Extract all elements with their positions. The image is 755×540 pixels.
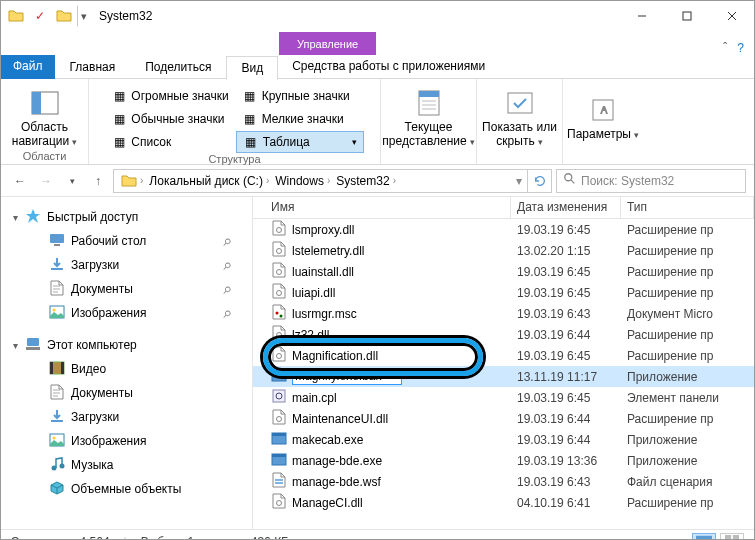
file-row[interactable]: makecab.exe19.03.19 6:44Приложение bbox=[253, 429, 754, 450]
breadcrumb[interactable]: › Локальный диск (C:)› Windows› System32… bbox=[113, 169, 552, 193]
file-row[interactable]: Magnification.dll19.03.19 6:45Расширение… bbox=[253, 345, 754, 366]
star-icon bbox=[25, 208, 41, 227]
file-row[interactable]: MaintenanceUI.dll19.03.19 6:44Расширение… bbox=[253, 408, 754, 429]
qat-dropdown-icon[interactable]: ▾ bbox=[77, 5, 91, 27]
video-icon bbox=[49, 360, 65, 379]
tab-share[interactable]: Поделиться bbox=[130, 55, 226, 79]
pin-icon: ⚲ bbox=[220, 307, 233, 320]
file-icon bbox=[271, 451, 287, 470]
breadcrumb-item[interactable]: Windows bbox=[275, 174, 324, 188]
status-selection: Выбран 1 элемент: 436 КБ bbox=[141, 535, 289, 541]
navigation-pane-button[interactable]: Область навигации bbox=[7, 83, 83, 149]
qat-folder-icon[interactable] bbox=[53, 5, 75, 27]
file-row[interactable]: ManageCI.dll04.10.19 6:41Расширение пр bbox=[253, 492, 754, 513]
desktop-icon bbox=[49, 232, 65, 251]
downloads-icon bbox=[49, 256, 65, 275]
3d-icon bbox=[49, 480, 65, 499]
file-row[interactable]: lz32.dll19.03.19 6:44Расширение пр bbox=[253, 324, 754, 345]
column-headers[interactable]: Имя Дата изменения Тип bbox=[253, 197, 754, 219]
rename-input[interactable]: Magnify.exe.bak bbox=[292, 368, 402, 385]
nav-item[interactable]: Загрузки⚲ bbox=[11, 253, 252, 277]
view-large-button[interactable] bbox=[720, 533, 744, 541]
navigation-pane-icon bbox=[29, 87, 61, 119]
options-icon bbox=[587, 94, 619, 126]
refresh-button[interactable] bbox=[527, 170, 551, 192]
expand-icon[interactable]: ▾ bbox=[13, 340, 18, 351]
expand-icon[interactable]: ▾ bbox=[13, 212, 18, 223]
tab-home[interactable]: Главная bbox=[55, 55, 131, 79]
close-button[interactable] bbox=[709, 2, 754, 31]
pc-icon bbox=[25, 336, 41, 355]
nav-item[interactable]: Музыка bbox=[11, 453, 252, 477]
view-mode-item[interactable]: ▦Обычные значки bbox=[105, 108, 234, 130]
tab-view[interactable]: Вид bbox=[226, 56, 278, 80]
breadcrumb-root-icon bbox=[121, 173, 137, 189]
file-row[interactable]: manage-bde.exe19.03.19 13:36Приложение bbox=[253, 450, 754, 471]
col-date[interactable]: Дата изменения bbox=[511, 197, 621, 218]
tab-apptools[interactable]: Средства работы с приложениями bbox=[278, 55, 499, 78]
navigation-pane[interactable]: ▾ Быстрый доступ Рабочий стол⚲Загрузки⚲Д… bbox=[1, 197, 253, 529]
file-icon bbox=[271, 472, 287, 491]
breadcrumb-item[interactable]: Локальный диск (C:) bbox=[149, 174, 263, 188]
col-name[interactable]: Имя bbox=[253, 197, 511, 218]
breadcrumb-item[interactable]: System32 bbox=[336, 174, 389, 188]
qat-pin-icon[interactable]: ✓ bbox=[29, 5, 51, 27]
nav-this-pc[interactable]: ▾ Этот компьютер bbox=[11, 333, 252, 357]
view-mode-icon: ▦ bbox=[111, 88, 127, 104]
app-icon bbox=[5, 5, 27, 27]
file-icon bbox=[271, 262, 287, 281]
nav-item[interactable]: Рабочий стол⚲ bbox=[11, 229, 252, 253]
file-row[interactable]: lsmproxy.dll19.03.19 6:45Расширение пр bbox=[253, 219, 754, 240]
view-mode-icon: ▦ bbox=[242, 88, 258, 104]
ribbon-collapse-icon[interactable]: ˆ bbox=[723, 41, 727, 55]
file-icon bbox=[271, 493, 287, 512]
back-button[interactable]: ← bbox=[9, 170, 31, 192]
nav-item[interactable]: Загрузки bbox=[11, 405, 252, 429]
show-hide-button[interactable]: Показать или скрыть bbox=[482, 83, 558, 149]
file-icon bbox=[271, 388, 287, 407]
addr-dropdown-icon[interactable]: ▾ bbox=[511, 174, 527, 188]
view-mode-item[interactable]: ▦Крупные значки bbox=[236, 85, 364, 107]
file-row[interactable]: main.cpl19.03.19 6:45Элемент панели bbox=[253, 387, 754, 408]
recent-dropdown[interactable]: ▾ bbox=[61, 170, 83, 192]
maximize-button[interactable] bbox=[664, 2, 709, 31]
status-bar: Элементов: 4 564 | Выбран 1 элемент: 436… bbox=[1, 529, 754, 540]
view-mode-item[interactable]: ▦Мелкие значки bbox=[236, 108, 364, 130]
nav-item[interactable]: Документы bbox=[11, 381, 252, 405]
file-tab[interactable]: Файл bbox=[1, 55, 55, 79]
file-icon bbox=[271, 409, 287, 428]
file-row[interactable]: manage-bde.wsf19.03.19 6:43Файл сценария bbox=[253, 471, 754, 492]
view-details-button[interactable] bbox=[692, 533, 716, 541]
nav-item[interactable]: Документы⚲ bbox=[11, 277, 252, 301]
help-icon[interactable]: ? bbox=[737, 41, 744, 55]
pin-icon: ⚲ bbox=[220, 235, 233, 248]
options-button[interactable]: Параметры bbox=[565, 90, 641, 142]
current-view-button[interactable]: Текущее представление bbox=[391, 83, 467, 149]
ribbon-tabstrip: Файл Главная Поделиться Вид Средства раб… bbox=[1, 55, 754, 79]
downloads-icon bbox=[49, 408, 65, 427]
nav-quick-access[interactable]: ▾ Быстрый доступ bbox=[11, 205, 252, 229]
view-mode-item[interactable]: ▦Огромные значки bbox=[105, 85, 234, 107]
forward-button[interactable]: → bbox=[35, 170, 57, 192]
minimize-button[interactable] bbox=[619, 2, 664, 31]
view-mode-icon: ▦ bbox=[242, 111, 258, 127]
nav-item[interactable]: Видео bbox=[11, 357, 252, 381]
view-mode-item[interactable]: ▦Список bbox=[105, 131, 234, 153]
file-row[interactable]: lusrmgr.msc19.03.19 6:43Документ Micro bbox=[253, 303, 754, 324]
col-type[interactable]: Тип bbox=[621, 197, 754, 218]
nav-item[interactable]: Изображения bbox=[11, 429, 252, 453]
search-input[interactable]: Поиск: System32 bbox=[556, 169, 746, 193]
view-mode-item[interactable]: ▦Таблица▾ bbox=[236, 131, 364, 153]
nav-item[interactable]: Объемные объекты bbox=[11, 477, 252, 501]
file-row[interactable]: luainstall.dll19.03.19 6:45Расширение пр bbox=[253, 261, 754, 282]
up-button[interactable]: ↑ bbox=[87, 170, 109, 192]
music-icon bbox=[49, 456, 65, 475]
file-list[interactable]: Имя Дата изменения Тип lsmproxy.dll19.03… bbox=[253, 197, 754, 529]
titlebar: ✓ ▾ System32 bbox=[1, 1, 754, 31]
group-layout-label: Структура bbox=[208, 153, 260, 167]
nav-item[interactable]: Изображения⚲ bbox=[11, 301, 252, 325]
file-row[interactable]: lstelemetry.dll13.02.20 1:15Расширение п… bbox=[253, 240, 754, 261]
file-row[interactable]: luiapi.dll19.03.19 6:45Расширение пр bbox=[253, 282, 754, 303]
show-hide-icon bbox=[504, 87, 536, 119]
file-row[interactable]: Magnify.exe.bak13.11.19 11:17Приложение bbox=[253, 366, 754, 387]
